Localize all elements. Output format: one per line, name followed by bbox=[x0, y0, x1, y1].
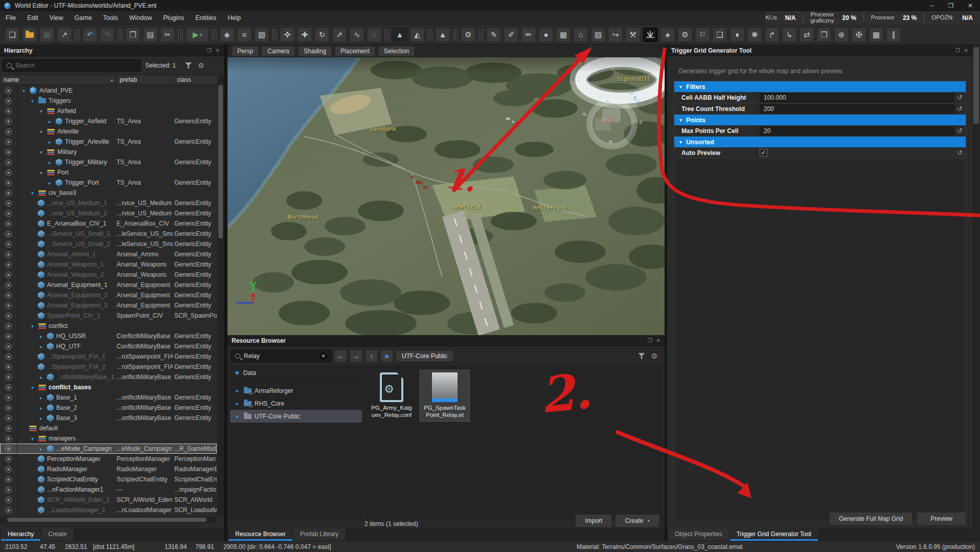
play-button[interactable]: ▶▾ bbox=[186, 28, 209, 42]
viewport-button-camera[interactable]: Camera bbox=[262, 46, 295, 56]
table-row[interactable]: ...lSpawnpoint_FIA_1...rolSpawnpoint_FIA… bbox=[0, 351, 217, 362]
scale-button[interactable]: ⇗ bbox=[332, 28, 347, 42]
chevron-right-icon[interactable]: ▸ bbox=[38, 415, 44, 421]
table-row[interactable]: ▾managers bbox=[0, 433, 217, 444]
float-panel-icon[interactable]: ❐ bbox=[955, 48, 960, 53]
table-row[interactable]: Arsenal_Equipment_2Arsenal_EquipmentGene… bbox=[0, 290, 217, 300]
table-row[interactable]: ▸Trigger_AirfieldTS_AreaGenericEntity bbox=[0, 116, 217, 126]
knife-button[interactable]: ✐ bbox=[504, 28, 518, 42]
chevron-right-icon[interactable]: ▸ bbox=[38, 395, 44, 401]
visibility-eye-icon[interactable] bbox=[5, 425, 12, 432]
visibility-eye-icon[interactable] bbox=[5, 87, 12, 94]
visibility-eye-icon[interactable] bbox=[5, 200, 12, 207]
visibility-eye-icon[interactable] bbox=[5, 251, 12, 258]
visibility-eye-icon[interactable] bbox=[5, 343, 12, 350]
table-row[interactable]: ▾Airfield bbox=[0, 106, 217, 116]
terrain-mask-button[interactable]: ▨ bbox=[591, 28, 605, 42]
close-panel-icon[interactable]: ✕ bbox=[656, 338, 660, 343]
folder-row[interactable]: ▸UTF-Core Public bbox=[230, 410, 362, 423]
menu-file[interactable]: File bbox=[0, 11, 21, 25]
table-row[interactable]: ▾Triggers bbox=[0, 96, 217, 106]
visibility-eye-icon[interactable] bbox=[5, 149, 12, 156]
cone-button[interactable]: ▲ bbox=[436, 28, 450, 42]
chevron-down-icon[interactable]: ▾ bbox=[29, 323, 36, 329]
reset-icon[interactable]: ↺ bbox=[957, 105, 963, 113]
tree-button[interactable]: ♠ bbox=[660, 28, 675, 42]
resource-search-input[interactable] bbox=[244, 352, 316, 360]
table-row[interactable]: ▸...eMode_Campaign...eMode_Campaign...R_… bbox=[0, 444, 217, 454]
panel-divider[interactable] bbox=[224, 45, 227, 541]
tool-tab-object-properties[interactable]: Object Properties bbox=[668, 528, 729, 541]
close-panel-icon[interactable]: ✕ bbox=[964, 48, 968, 53]
visibility-eye-icon[interactable] bbox=[5, 302, 12, 309]
file-tile[interactable]: ⚙PG_Army_Kalguev_Relay.conf bbox=[367, 370, 416, 421]
cut-button[interactable]: ✂ bbox=[161, 28, 175, 42]
visibility-eye-icon[interactable] bbox=[5, 384, 12, 391]
table-row[interactable]: RadioManagerRadioManagerRadioManagerE bbox=[0, 464, 217, 474]
visibility-eye-icon[interactable] bbox=[5, 476, 12, 483]
redo-button[interactable]: ↷ bbox=[100, 28, 115, 42]
file-tile[interactable]: PG_SpawnTaskPoint_Relay.et bbox=[420, 370, 469, 421]
visibility-eye-icon[interactable] bbox=[5, 466, 12, 473]
lasso-button[interactable]: ◌ bbox=[367, 28, 381, 42]
favorites-data-row[interactable]: ★Data bbox=[230, 366, 362, 379]
table-row[interactable]: ...LoadoutManager_1...nLoadoutManagerSCR… bbox=[0, 505, 217, 515]
table-row[interactable]: ▸Trigger_PortTS_AreaGenericEntity bbox=[0, 178, 217, 188]
chevron-right-icon[interactable]: ▸ bbox=[38, 334, 44, 339]
table-row[interactable]: SpawnPoint_CIV_1SpawnPoint_CIVSCR_SpawnP… bbox=[0, 311, 217, 321]
table-row[interactable]: default bbox=[0, 423, 217, 433]
chevron-right-icon[interactable]: ▸ bbox=[234, 401, 241, 406]
chevron-down-icon[interactable]: ▾ bbox=[29, 385, 36, 390]
table-row[interactable]: Arsenal_Ammo_1Arsenal_AmmoGenericEntity bbox=[0, 249, 217, 259]
table-row[interactable]: ▸Base_1...onflictMilitaryBaseGenericEnti… bbox=[0, 392, 217, 403]
crop-button[interactable]: ❑ bbox=[713, 28, 727, 42]
float-panel-icon[interactable]: ❐ bbox=[648, 338, 652, 343]
menu-tools[interactable]: Tools bbox=[98, 11, 124, 25]
visibility-eye-icon[interactable] bbox=[5, 210, 12, 217]
visibility-eye-icon[interactable] bbox=[5, 405, 12, 411]
table-row[interactable]: ...Service_US_Small_1...leService_US_Sma… bbox=[0, 229, 217, 239]
table-row[interactable]: ▾Arleville bbox=[0, 126, 217, 137]
undo-button[interactable]: ↶ bbox=[83, 28, 97, 42]
gear-icon[interactable]: ⚙ bbox=[198, 61, 204, 70]
resource-tab-resource-browser[interactable]: Resource Browser bbox=[229, 528, 292, 541]
ruler-button[interactable]: ✎ bbox=[487, 28, 501, 42]
file-export-button[interactable]: ↱ bbox=[765, 28, 779, 42]
brush-button[interactable]: ✏ bbox=[521, 28, 536, 42]
save-button[interactable]: ▦ bbox=[40, 28, 54, 42]
trigger-grid-tool-button[interactable] bbox=[643, 28, 657, 42]
table-row[interactable]: ▾Arland_PVE bbox=[0, 85, 217, 96]
forward-button[interactable]: → bbox=[350, 350, 362, 362]
chevron-down-icon[interactable]: ▾ bbox=[29, 98, 36, 104]
chevron-right-icon[interactable]: ▸ bbox=[47, 180, 53, 186]
layers-button[interactable]: ≡ bbox=[237, 28, 252, 42]
terrain-raise-button[interactable]: ▲ bbox=[393, 28, 407, 42]
plug-button[interactable]: ⚒ bbox=[626, 28, 640, 42]
favorite-button[interactable]: ★ bbox=[380, 350, 393, 362]
chevron-down-icon[interactable]: ▾ bbox=[38, 129, 44, 135]
visibility-eye-icon[interactable] bbox=[5, 374, 12, 381]
table-row[interactable]: Arsenal_Equipment_1Arsenal_EquipmentGene… bbox=[0, 280, 217, 290]
table-row[interactable]: ▾Military bbox=[0, 147, 217, 157]
table-row[interactable]: ...nFactionManager1---...mpaignFactio bbox=[0, 484, 217, 495]
table-row[interactable]: ▸HQ_UTFConflictMilitaryBaseGenericEntity bbox=[0, 341, 217, 351]
curve-button[interactable]: ∿ bbox=[350, 28, 364, 42]
polygon-button[interactable]: ↳ bbox=[782, 28, 796, 42]
visibility-eye-icon[interactable] bbox=[5, 394, 12, 401]
clear-search-icon[interactable]: ✕ bbox=[320, 352, 327, 360]
visibility-eye-icon[interactable] bbox=[5, 435, 12, 442]
table-row[interactable]: PerceptionManagerPerceptionManagerPercep… bbox=[0, 454, 217, 464]
viewport-button-selection[interactable]: Selection bbox=[378, 46, 415, 56]
chevron-right-icon[interactable]: ▸ bbox=[234, 413, 241, 419]
globe-button[interactable]: ⊕ bbox=[834, 28, 849, 42]
property-value-field[interactable]: 200 bbox=[760, 104, 954, 114]
table-row[interactable]: ▸Trigger_ArlevilleTS_AreaGenericEntity bbox=[0, 137, 217, 147]
menu-edit[interactable]: Edit bbox=[21, 11, 44, 25]
menu-help[interactable]: Help bbox=[222, 11, 246, 25]
water-drop-button[interactable]: ♦ bbox=[730, 28, 744, 42]
preview-button[interactable]: Preview bbox=[917, 512, 966, 525]
export-window-button[interactable]: ↗ bbox=[57, 28, 72, 42]
house-button[interactable]: ⌂ bbox=[574, 28, 588, 42]
sphere-button[interactable]: ● bbox=[539, 28, 553, 42]
chevron-right-icon[interactable]: ▸ bbox=[47, 160, 53, 165]
